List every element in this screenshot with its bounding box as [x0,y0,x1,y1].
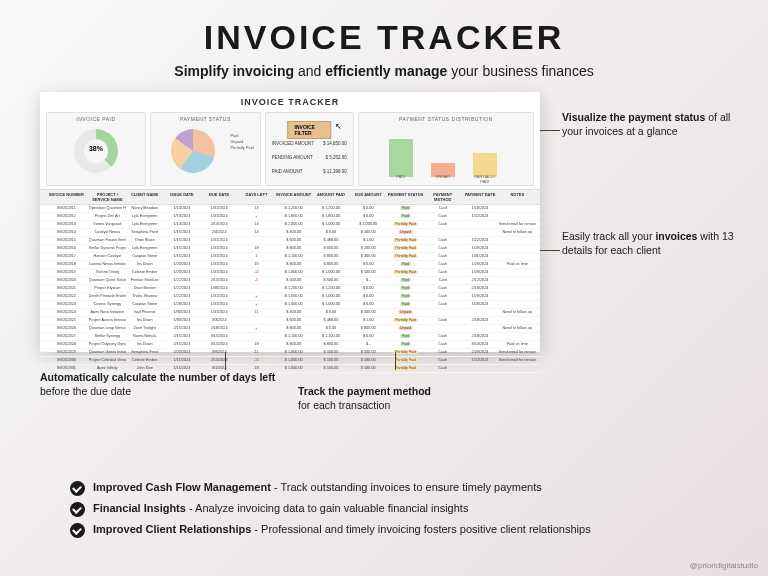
cell: $ 500.00 [312,278,349,283]
table-row: INV202323Cosmic SynergyCaspian Stone1/28… [40,301,540,309]
cell: 2/15/2024 [163,334,200,339]
cell: $ - [350,342,387,347]
cell: 1/20/2024 [163,270,200,275]
cell: Cash [424,254,461,259]
cell: 2/29/2024 [461,350,498,355]
cell: $ 1,100.00 [275,334,312,339]
callout-visualize: Visualize the payment status of all your… [562,110,742,138]
cell: $ 1,000.00 [312,270,349,275]
cell [499,206,536,211]
cell: $ 800.00 [312,342,349,347]
cell: INV202313 [44,222,89,227]
cell: 2/18/2024 [461,286,498,291]
cell [499,302,536,307]
table-row: INV202327Stellar SynergyNurea Nebula2/15… [40,333,540,341]
filter-button[interactable]: INVOICE FILTER [288,121,332,139]
cell: 2/12/2024 [461,278,498,283]
cell: Caspian Stone [126,302,163,307]
cell: Quantum Quest Solutions [89,278,126,283]
cell-status: Paid [387,286,424,291]
cell: 1/31/2024 [201,206,238,211]
cell: Dove Breeze [126,286,163,291]
col-header: PAYMENT DATE [461,192,498,202]
cell: 1/29/2024 [461,246,498,251]
table-row: INV202311Operation Quantum HarmonyNancy … [40,205,540,213]
cell: $ 1,800.00 [275,214,312,219]
cell: $ 1,000.00 [312,222,349,227]
status-pill: Partially Paid [393,222,417,226]
bar [389,139,413,177]
benefit-text: Improved Cash Flow Management - Track ou… [93,481,542,493]
cell: 3/15/2024 [201,342,238,347]
cell: INV202328 [44,342,89,347]
cell: Cash [424,342,461,347]
benefit-bold: Financial Insights [93,502,186,514]
cell [424,230,461,235]
cell: INV202327 [44,334,89,339]
cell: Project Zen Art [89,214,126,219]
cell: 21 [238,350,275,355]
cell: Thalia Shadow [126,294,163,299]
cell: Finnian Stardust [126,278,163,283]
cell: Quantum Vortex Initiative [89,350,126,355]
cell: Cash [424,238,461,243]
cell: Cash [424,302,461,307]
cell: $ 500.00 [350,350,387,355]
cell: $ 800.00 [275,326,312,331]
cell: Cash [424,286,461,291]
callout-days-left: Automatically calculate the number of da… [40,370,300,398]
cell: $ 1,200.00 [312,286,349,291]
cell: INV202319 [44,270,89,275]
cell [461,222,498,227]
cell: $ 500.00 [275,278,312,283]
cell: Cash [424,318,461,323]
status-pill: Partially Paid [393,270,417,274]
benefit-item: Improved Cash Flow Management - Track ou… [70,481,698,496]
cell [238,286,275,291]
cell-status: Paid [387,342,424,347]
filter-value: $ 5,252.00 [326,155,347,160]
filter-value: $ 14,650.00 [323,141,347,146]
cell: $ 400.00 [275,310,312,315]
cell: $ - [350,278,387,283]
col-header: AMOUNT PAID [312,192,349,202]
cell: $ 1,000.00 [275,294,312,299]
cell: $ 1,100.00 [312,334,349,339]
cell-status: Partially Paid [387,318,424,323]
status-pill: Paid [400,302,411,306]
col-header: CLIENT NAME [126,192,163,202]
table-row: INV202329Quantum Vortex InitiativeSeraph… [40,349,540,357]
cell: Send email for remaining amount [499,222,536,227]
col-header: PAYMENT STATUS [387,192,424,202]
check-icon [70,502,85,517]
cell: 1/31/2024 [461,254,498,259]
cell: 1/31/2024 [201,214,238,219]
cell: 18 [238,342,275,347]
cell: 3/9/2024 [201,350,238,355]
cell [499,214,536,219]
cell: INV202325 [44,318,89,323]
status-pill: Partially Paid [393,350,417,354]
bar-label: UNPAID [431,174,455,184]
check-icon [70,523,85,538]
cell [499,238,536,243]
cell [499,318,536,323]
cell: Lyla Evergreen [126,222,163,227]
cell: Cash [424,334,461,339]
cell: Quantum Leap Ventures [89,326,126,331]
status-pill: Unpaid [398,310,413,314]
cell: Nancy Meadow [126,206,163,211]
cell: 1/22/2024 [163,286,200,291]
table-row: INV202315Quantum Fusion VenturesOrion Bl… [40,237,540,245]
cell: Vortex Vanguard [89,222,126,227]
subtitle-mid: and [294,63,325,79]
cell: $ 1,000.00 [275,350,312,355]
cell: 1/10/2024 [163,214,200,219]
bar-label: PARTIALLY PAID [473,174,497,184]
cell [499,294,536,299]
cell-status: Partially Paid [387,270,424,275]
cell: $ 1,000.00 [312,302,349,307]
cell: Card [424,278,461,283]
cell: $ 1.00 [350,318,387,323]
cell: Project Odyssey Dynamics [89,342,126,347]
